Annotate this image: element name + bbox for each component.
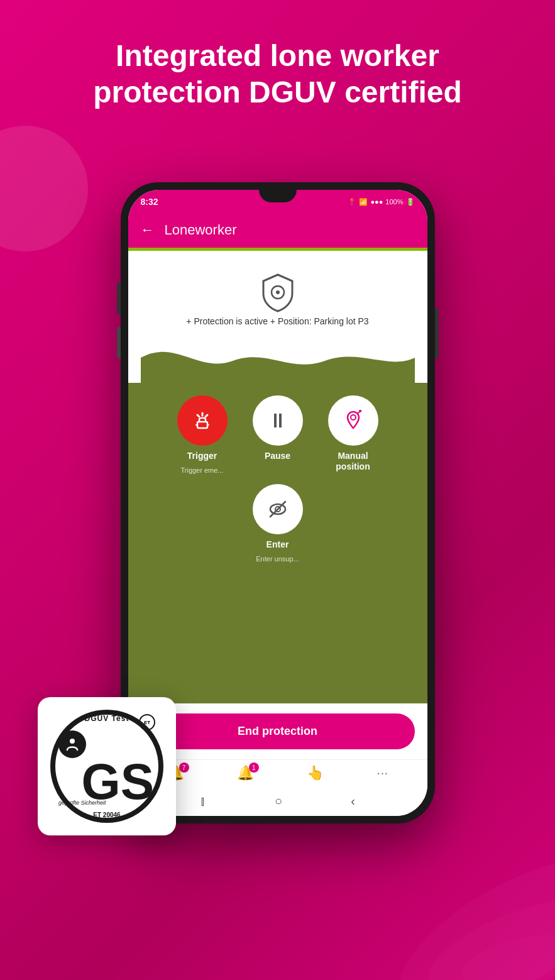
notification-badge: 1 (249, 763, 259, 773)
nav-item-notifications[interactable]: 🔔 1 (237, 765, 254, 781)
phone-vol-up-button (117, 283, 121, 314)
enter-label: Enter (267, 539, 289, 550)
back-button[interactable]: ← (141, 222, 155, 238)
enter-button[interactable] (253, 484, 303, 534)
protection-status-text: + Protection is active + Position: Parki… (180, 316, 375, 326)
phone-power-button (435, 308, 439, 358)
battery-icon: 🔋 (406, 198, 415, 206)
pause-icon: ⏸ (268, 409, 288, 432)
dguv-et-badge: ET (139, 714, 155, 730)
status-icons: 📍 📶 ●●● 100% 🔋 (348, 198, 414, 206)
dguv-top-text: DGUV Test (85, 714, 129, 723)
nav-item-touch[interactable]: 👆 (307, 765, 324, 781)
manual-position-button[interactable] (328, 395, 378, 446)
trigger-sublabel: Trigger eme... (180, 466, 223, 474)
dguv-bottom-text: ET 20046 (93, 812, 120, 818)
hero-title-line2: protection DGUV certified (93, 75, 462, 109)
end-protection-button[interactable]: End protection (141, 713, 415, 749)
android-back-icon[interactable]: ‹ (351, 794, 355, 808)
android-home-icon[interactable]: ○ (275, 794, 282, 808)
manual-position-button-container: Manualposition (322, 395, 385, 472)
pause-button[interactable]: ⏸ (253, 395, 303, 446)
alert-badge: 7 (179, 763, 189, 773)
app-bar: ← Loneworker (128, 212, 427, 248)
action-buttons-row2: Enter Enter unsup... (246, 484, 309, 563)
app-title: Loneworker (165, 222, 237, 238)
trigger-button[interactable] (177, 395, 228, 446)
shield-icon (256, 270, 300, 316)
action-buttons-row1: Trigger Trigger eme... ⏸ Pause (171, 395, 385, 474)
android-recents-icon[interactable]: ⫿ (200, 794, 206, 808)
touch-icon: 👆 (307, 765, 324, 781)
dguv-badge-inner: DGUV Test ET GS geprüfte Sicherheit ET 2… (47, 707, 167, 826)
battery-text: 100% (385, 198, 403, 206)
location-icon: 📍 (348, 198, 356, 206)
svg-point-4 (276, 290, 280, 294)
pause-button-container: ⏸ Pause (246, 395, 309, 461)
signal-icon: ●●● (370, 198, 383, 206)
enter-sublabel: Enter unsup... (256, 555, 299, 563)
trigger-label: Trigger (187, 451, 217, 461)
hero-title: Integrated lone worker protection DGUV c… (0, 38, 555, 110)
dguv-subtitle: geprüfte Sicherheit (58, 800, 106, 807)
bg-decoration-circle (0, 126, 88, 251)
svg-rect-5 (197, 422, 207, 428)
dguv-certification-badge: DGUV Test ET GS geprüfte Sicherheit ET 2… (38, 697, 176, 835)
enter-button-container: Enter Enter unsup... (246, 484, 309, 563)
trigger-button-container: Trigger Trigger eme... (171, 395, 234, 474)
green-action-area: Trigger Trigger eme... ⏸ Pause (128, 383, 427, 703)
status-time: 8:32 (141, 197, 158, 207)
manual-position-label: Manualposition (336, 451, 370, 472)
nav-item-more[interactable]: ··· (376, 765, 388, 781)
more-icon: ··· (376, 765, 388, 781)
wifi-icon: 📶 (359, 198, 368, 206)
hero-title-line1: Integrated lone worker (116, 39, 439, 72)
wave-divider (141, 339, 415, 383)
svg-point-6 (351, 415, 356, 420)
phone-vol-down-button (117, 327, 121, 358)
top-content-area: + Protection is active + Position: Parki… (128, 251, 427, 383)
svg-point-10 (70, 739, 75, 744)
pause-label: Pause (265, 451, 290, 461)
